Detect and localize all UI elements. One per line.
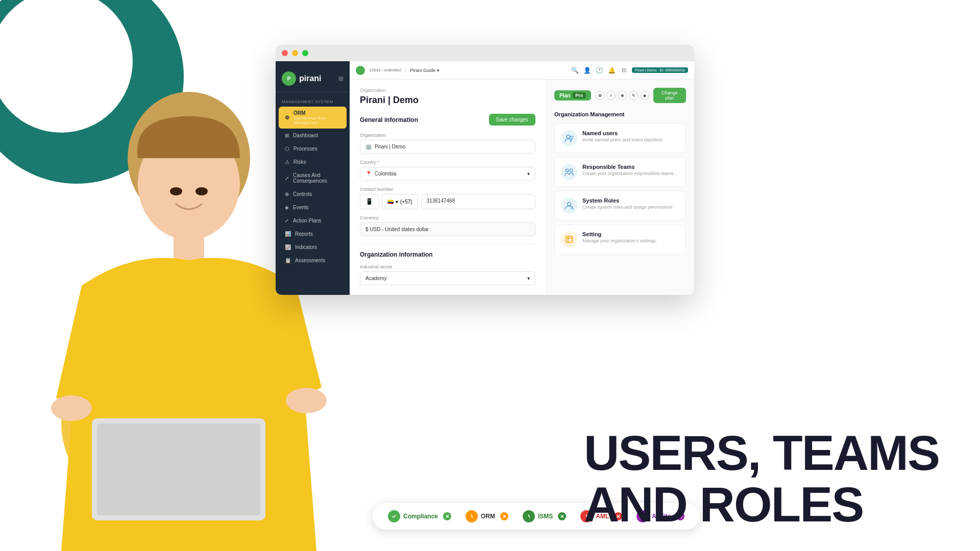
page-title: Pirani | Demo xyxy=(360,95,535,106)
browser-titlebar xyxy=(276,45,694,61)
named-users-card[interactable]: Named users Invite named users and event… xyxy=(554,123,686,153)
plan-icon-3: ⊕ xyxy=(618,91,627,100)
country-field-group: Country * 📍 Colombia ▾ xyxy=(360,160,535,181)
setting-card[interactable]: Setting Manage your organization's setti… xyxy=(554,224,686,254)
compliance-close-btn[interactable]: ✕ xyxy=(443,512,451,520)
search-icon[interactable]: 🔍 xyxy=(571,66,579,74)
svg-point-7 xyxy=(170,187,182,195)
responsible-teams-title: Responsible Teams xyxy=(582,164,675,170)
topbar-plan-count: 15333 / Unlimited xyxy=(369,68,401,72)
tab-compliance[interactable]: Compliance ✕ xyxy=(381,507,458,525)
phone-icon-wrapper: 📱 xyxy=(360,194,379,209)
sidebar-item-action-plans[interactable]: ✓ Action Plans xyxy=(279,214,347,227)
compliance-tab-icon xyxy=(388,510,400,522)
contact-number-field-group: Contact Number 📱 🇨🇴 ▾ (+57) 3136147468 xyxy=(360,187,535,209)
named-users-desc: Invite named users and event reporters xyxy=(582,137,663,143)
action-plans-icon: ✓ xyxy=(285,218,289,223)
pirani-guide-button[interactable]: Pirani Guide ▾ xyxy=(410,68,440,73)
sidebar-item-causes[interactable]: ⤢ Causes And Consequences xyxy=(279,169,347,187)
sidebar-item-orm[interactable]: ⚙ ORM Operational Risk Management xyxy=(279,107,347,129)
system-roles-card[interactable]: System Roles Create system roles and ass… xyxy=(554,191,686,220)
plan-icon-4: ✎ xyxy=(629,91,638,100)
user-info-badge[interactable]: Pirani | Demo · ID: 0000000419 xyxy=(632,67,688,73)
chevron-down-icon: ▾ xyxy=(396,199,398,205)
phone-code-selector[interactable]: 🇨🇴 ▾ (+57) xyxy=(382,194,418,209)
sidebar-item-dashboard[interactable]: ⊞ Dashboard xyxy=(279,129,347,142)
sidebar-logo: P pirani ⊞ xyxy=(276,67,350,92)
responsible-teams-icon xyxy=(561,164,577,180)
organization-input[interactable]: 🏢 Pirani | Demo xyxy=(360,140,535,154)
svg-text:P: P xyxy=(287,76,291,82)
change-plan-button[interactable]: Change plan xyxy=(653,88,686,103)
country-select[interactable]: 📍 Colombia ▾ xyxy=(360,167,535,181)
phone-number-input[interactable]: 3136147468 xyxy=(421,194,535,209)
sidebar-item-controls[interactable]: ⊕ Controls xyxy=(279,188,347,201)
plan-icon-5: ◈ xyxy=(640,91,649,100)
main-content: 15333 / Unlimited | Pirani Guide ▾ 🔍 👤 🕐… xyxy=(350,61,694,295)
industrial-sector-select[interactable]: Academy ▾ xyxy=(360,271,535,285)
org-flag-icon: 🏢 xyxy=(365,144,372,149)
events-icon: ◈ xyxy=(285,205,289,210)
industrial-sector-label: Industrial sector xyxy=(360,264,535,269)
svg-rect-2 xyxy=(174,230,204,260)
sidebar: P pirani ⊞ Management system ⚙ ORM Opera… xyxy=(276,61,350,295)
sidebar-item-risks[interactable]: ⚠ Risks xyxy=(279,156,347,168)
browser-dot-yellow[interactable] xyxy=(292,50,298,56)
phone-input-group: 📱 🇨🇴 ▾ (+57) 3136147468 xyxy=(360,194,535,209)
topbar-icons: 🔍 👤 🕐 🔔 ⚙ Pirani | Demo · ID: 0000000419 xyxy=(571,66,688,74)
orm-close-btn[interactable]: ✕ xyxy=(500,512,508,520)
page-area: Organization Pirani | Demo General infor… xyxy=(350,80,694,295)
general-info-title: General information xyxy=(360,116,418,123)
general-info-header: General information Save changes xyxy=(360,114,535,126)
chevron-down-icon: ▾ xyxy=(527,171,530,177)
bell-icon[interactable]: 🔔 xyxy=(607,66,616,74)
isms-close-btn[interactable]: ✕ xyxy=(558,512,566,520)
svg-point-5 xyxy=(51,395,92,421)
setting-title: Setting xyxy=(582,231,657,237)
svg-rect-4 xyxy=(97,423,260,515)
pirani-logo-icon: P xyxy=(282,71,296,86)
org-mgmt-title: Organization Management xyxy=(554,111,686,117)
named-users-title: Named users xyxy=(582,130,663,136)
sidebar-item-events[interactable]: ◈ Events xyxy=(279,201,347,214)
save-changes-button[interactable]: Save changes xyxy=(489,114,535,126)
dashboard-icon: ⊞ xyxy=(285,133,289,138)
clock-icon[interactable]: 🕐 xyxy=(595,66,603,74)
svg-point-11 xyxy=(567,135,570,139)
phone-icon: 📱 xyxy=(365,198,373,205)
sidebar-item-reports[interactable]: 📊 Reports xyxy=(279,228,347,240)
settings-icon[interactable]: ⚙ xyxy=(620,66,628,74)
risks-icon: ⚠ xyxy=(285,159,289,165)
tab-isms[interactable]: ISMS ✕ xyxy=(516,507,573,525)
sidebar-item-processes[interactable]: ⬡ Processes xyxy=(279,142,347,155)
assessments-icon: 📋 xyxy=(285,258,291,263)
form-panel: Organization Pirani | Demo General infor… xyxy=(350,80,546,295)
headline-line2: AND ROLES xyxy=(584,479,939,531)
browser-dot-green[interactable] xyxy=(302,50,308,56)
currency-field-group: Currency $ USD - United states dollar xyxy=(360,215,535,236)
named-users-icon xyxy=(561,130,577,146)
industrial-sector-group: Industrial sector Academy ▾ xyxy=(360,264,535,285)
tab-orm[interactable]: ORM ✕ xyxy=(458,507,516,525)
currency-display[interactable]: $ USD - United states dollar xyxy=(360,222,535,236)
plan-bar: Plan Pro ⚙ ✓ ⊕ ✎ ◈ Change plan xyxy=(554,88,686,103)
sidebar-item-indicators[interactable]: 📈 Indicators xyxy=(279,241,347,254)
responsible-teams-desc: Create your organization responsibles te… xyxy=(582,171,675,177)
setting-desc: Manage your organization's settings. xyxy=(582,238,657,244)
orm-icon: ⚙ xyxy=(285,115,289,120)
currency-label: Currency xyxy=(360,215,535,220)
system-roles-desc: Create system roles and assign permissio… xyxy=(582,205,673,211)
processes-icon: ⬡ xyxy=(285,146,289,152)
section-divider xyxy=(360,243,535,244)
orm-tab-icon xyxy=(465,510,478,522)
svg-point-6 xyxy=(286,388,327,413)
svg-rect-16 xyxy=(566,236,572,242)
causes-icon: ⤢ xyxy=(285,176,289,181)
topbar-separator: | xyxy=(405,68,406,73)
app-container: P pirani ⊞ Management system ⚙ ORM Opera… xyxy=(276,61,694,295)
browser-dot-red[interactable] xyxy=(282,50,288,56)
users-icon[interactable]: 👤 xyxy=(583,66,591,74)
responsible-teams-card[interactable]: Responsible Teams Create your organizati… xyxy=(554,157,686,187)
browser-window: P pirani ⊞ Management system ⚙ ORM Opera… xyxy=(276,45,694,295)
sidebar-item-assessments[interactable]: 📋 Assessments xyxy=(279,254,347,267)
